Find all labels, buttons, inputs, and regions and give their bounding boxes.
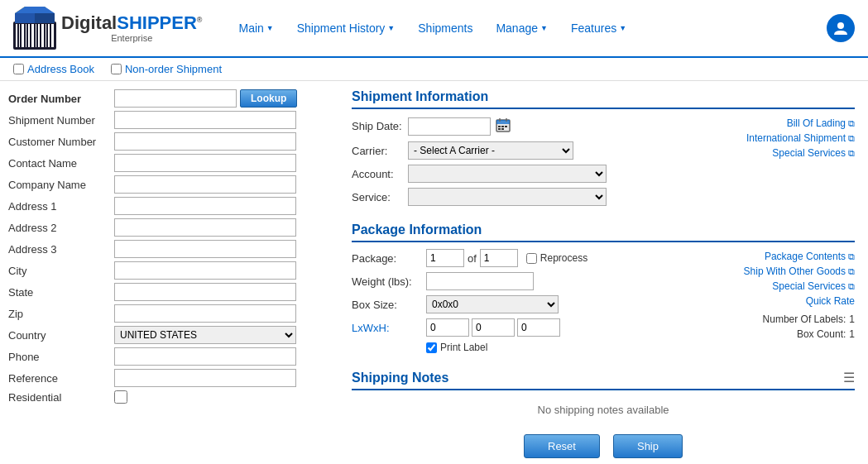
notes-list-icon: ☰ — [843, 370, 855, 385]
residential-label: Residential — [8, 391, 114, 404]
account-select[interactable] — [408, 165, 607, 183]
nav-arrow-features: ▼ — [619, 24, 626, 32]
ship-with-other-goods-link[interactable]: Ship With Other Goods ⧉ — [714, 265, 855, 277]
svg-point-19 — [837, 22, 844, 29]
special-services-ship-icon: ⧉ — [848, 148, 855, 159]
svg-rect-10 — [46, 24, 46, 47]
no-notes-text: No shipping notes available — [352, 397, 855, 423]
shipment-info-title: Shipment Information — [352, 89, 855, 109]
package-info-title: Package Information — [352, 222, 855, 242]
address2-row: Address 2 — [8, 218, 335, 237]
box-size-label: Box Size: — [352, 299, 426, 311]
state-row: State — [8, 283, 335, 301]
residential-checkbox[interactable] — [114, 390, 127, 404]
carrier-select[interactable]: - Select A Carrier - — [408, 141, 573, 160]
dim-h-input[interactable] — [517, 318, 560, 337]
customer-number-label: Customer Number — [8, 136, 114, 148]
package-contents-link[interactable]: Package Contents ⧉ — [714, 251, 855, 262]
shipment-number-label: Shipment Number — [8, 114, 114, 127]
international-shipment-link[interactable]: International Shipment ⧉ — [714, 132, 855, 144]
country-select[interactable]: UNITED STATES CANADA MEXICO UNITED KINGD… — [114, 326, 296, 344]
city-input[interactable] — [114, 261, 296, 280]
shipment-number-input[interactable] — [114, 111, 296, 129]
box-count-value: 1 — [849, 328, 855, 340]
package-num-input[interactable] — [426, 249, 464, 267]
reset-button[interactable]: Reset — [524, 434, 600, 458]
country-row: Country UNITED STATES CANADA MEXICO UNIT… — [8, 326, 335, 344]
package-links-col: Package Contents ⧉ Ship With Other Goods… — [714, 249, 855, 358]
special-services-ship-link[interactable]: Special Services ⧉ — [714, 147, 855, 159]
company-name-row: Company Name — [8, 175, 335, 194]
nav-item-features[interactable]: Features ▼ — [559, 15, 638, 41]
nav-item-shipments[interactable]: Shipments — [406, 15, 484, 41]
customer-number-input[interactable] — [114, 132, 296, 151]
non-order-shipment-checkbox-label[interactable]: Non-order Shipment — [111, 63, 222, 75]
address-book-checkbox[interactable] — [13, 64, 24, 74]
package-form: Package: of Reprocess Weight (lbs): — [352, 249, 706, 358]
address2-input[interactable] — [114, 218, 296, 237]
package-total-input[interactable] — [480, 249, 518, 267]
shipment-links: Bill Of Lading ⧉ International Shipment … — [714, 116, 855, 211]
nav-item-manage[interactable]: Manage ▼ — [484, 15, 559, 41]
package-label: Package: — [352, 252, 426, 265]
nav-item-shipment-history[interactable]: Shipment History ▼ — [285, 15, 407, 41]
svg-rect-28 — [501, 128, 504, 130]
zip-input[interactable] — [114, 304, 296, 323]
contact-name-row: Contact Name — [8, 154, 335, 172]
state-input[interactable] — [114, 283, 296, 301]
logo-text-digital: Digital — [61, 12, 117, 33]
svg-rect-25 — [501, 126, 504, 127]
address3-label: Address 3 — [8, 243, 114, 256]
svg-rect-1 — [16, 24, 17, 47]
print-label-checkbox-label[interactable]: Print Label — [426, 342, 487, 353]
nav-item-main[interactable]: Main ▼ — [227, 15, 285, 41]
order-number-input[interactable] — [114, 89, 237, 108]
print-label-row: Print Label — [426, 342, 706, 353]
shipment-form: Ship Date: — [352, 116, 706, 211]
company-name-input[interactable] — [114, 175, 296, 194]
lookup-button[interactable]: Lookup — [240, 89, 297, 108]
logo: DigitalSHIPPER® Enterprise — [13, 7, 202, 50]
calendar-icon — [496, 117, 511, 132]
city-row: City — [8, 261, 335, 280]
service-select[interactable] — [408, 188, 607, 206]
logo-icon — [13, 7, 56, 50]
print-label-checkbox[interactable] — [426, 342, 437, 353]
weight-input[interactable] — [426, 272, 534, 290]
dim-l-input[interactable] — [426, 318, 469, 337]
bill-of-lading-link[interactable]: Bill Of Lading ⧉ — [714, 117, 855, 129]
reference-input[interactable] — [114, 369, 296, 387]
reprocess-checkbox[interactable] — [526, 253, 537, 264]
contact-name-input[interactable] — [114, 154, 296, 172]
logo-subtitle: Enterprise — [61, 33, 202, 43]
ship-button[interactable]: Ship — [613, 434, 683, 458]
dim-w-input[interactable] — [472, 318, 515, 337]
lxwxh-row: LxWxH: — [352, 318, 706, 337]
phone-input[interactable] — [114, 347, 296, 366]
svg-rect-26 — [505, 126, 507, 127]
order-number-row: Order Number Lookup — [8, 89, 335, 108]
address3-input[interactable] — [114, 240, 296, 258]
package-row: Package: of Reprocess — [352, 249, 706, 267]
nav-arrow-main: ▼ — [266, 24, 274, 32]
special-services-pkg-link[interactable]: Special Services ⧉ — [714, 280, 855, 292]
logo-text-shipper: SHIPPER — [117, 12, 197, 33]
package-contents-icon: ⧉ — [848, 251, 855, 262]
quick-rate-link[interactable]: Quick Rate — [714, 295, 855, 307]
non-order-shipment-checkbox[interactable] — [111, 64, 122, 74]
ship-date-input[interactable] — [408, 117, 491, 136]
address1-input[interactable] — [114, 197, 296, 215]
number-of-labels-value: 1 — [849, 313, 855, 325]
bill-of-lading-icon: ⧉ — [848, 118, 855, 129]
calendar-button[interactable] — [492, 116, 514, 136]
nav-arrow-manage: ▼ — [540, 24, 548, 32]
country-label: Country — [8, 329, 114, 342]
shipping-notes-title: Shipping Notes — [352, 371, 448, 385]
phone-row: Phone — [8, 347, 335, 366]
address-book-checkbox-label[interactable]: Address Book — [13, 63, 94, 75]
reprocess-checkbox-label[interactable]: Reprocess — [526, 252, 587, 264]
user-avatar[interactable] — [827, 14, 855, 42]
svg-rect-5 — [28, 24, 30, 47]
box-size-select[interactable]: 0x0x0 — [426, 295, 559, 313]
ship-date-label: Ship Date: — [352, 120, 408, 132]
